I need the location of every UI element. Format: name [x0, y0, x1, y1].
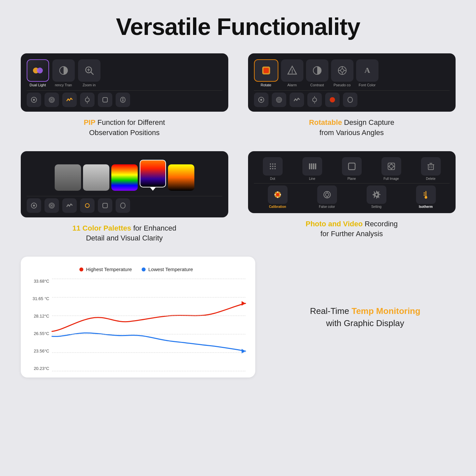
- palette-swatches: [27, 157, 222, 193]
- rotate-mockup: Rotate Alarm: [248, 53, 456, 112]
- pip-caption: PIP Function for DifferentObservation Po…: [84, 118, 165, 138]
- rotate-label-contrast: Contrast: [310, 83, 324, 87]
- swatch-gray: [55, 164, 81, 191]
- rec-line-label: Line: [309, 177, 315, 181]
- svg-point-49: [274, 166, 276, 167]
- chart-container: Highest Temperature Lowest Temperature 3…: [21, 257, 255, 378]
- legend-dot-high: [79, 267, 83, 271]
- svg-marker-85: [241, 301, 245, 306]
- feature-rotatable: Rotate Alarm: [248, 53, 456, 138]
- rot-bottom-4: [307, 93, 322, 107]
- swatch-selected: [140, 160, 166, 187]
- rec-fullimage: Full Image: [373, 157, 410, 181]
- svg-rect-57: [349, 163, 355, 170]
- palette-mockup: [21, 151, 228, 217]
- rotate-highlight: Rotatable: [309, 118, 342, 126]
- chart-caption-suffix: with Graphic Display: [326, 318, 404, 328]
- recording-highlight: Photo and Video: [306, 220, 363, 228]
- pip-bottom-5: [98, 93, 112, 107]
- svg-point-29: [260, 99, 262, 101]
- svg-point-11: [51, 99, 52, 100]
- pip-label-zoom: Zoom in: [83, 83, 96, 87]
- rotate-caption: Rotatable Design Capturefrom Various Ang…: [309, 118, 394, 138]
- pip-label-dual: Dual Light: [30, 83, 46, 87]
- rec-isotherm-label: Isotherm: [419, 205, 433, 209]
- pal-bottom-1: [27, 198, 41, 213]
- svg-point-70: [276, 193, 279, 196]
- rec-dot-label: Dot: [270, 177, 275, 181]
- legend-low: Lowest Temperature: [142, 266, 193, 272]
- chart-caption: Real-Time Temp Monitoring with Graphic D…: [275, 305, 456, 329]
- rec-setting-label: Setting: [371, 205, 381, 209]
- rot-bottom-5: [325, 93, 340, 107]
- swatch-rainbow: [111, 164, 138, 191]
- svg-rect-64: [428, 165, 434, 170]
- svg-rect-15: [103, 98, 107, 102]
- svg-point-22: [341, 69, 344, 72]
- y-label-6: 20.23°C: [27, 366, 52, 371]
- svg-point-46: [274, 163, 276, 165]
- grid-line-1: [52, 279, 245, 279]
- rec-falsecolor: False color: [303, 185, 351, 209]
- svg-point-81: [425, 196, 427, 199]
- legend-low-label: Lowest Temperature: [148, 266, 193, 272]
- feature-palette: 11 Color Palettes for EnhancedDetail and…: [21, 151, 228, 244]
- svg-point-38: [33, 205, 35, 207]
- rotate-label-alarm: Alarm: [287, 83, 297, 87]
- svg-rect-43: [103, 203, 107, 208]
- rotate-icon-rotate: Rotate: [254, 59, 278, 87]
- legend-high-label: Highest Temperature: [86, 266, 132, 272]
- grid-line-3: [52, 316, 245, 316]
- swatch-fire: [168, 164, 194, 191]
- svg-point-52: [274, 168, 276, 169]
- svg-point-47: [270, 166, 271, 167]
- rec-line: Line: [294, 157, 331, 181]
- chart-section: Highest Temperature Lowest Temperature 3…: [21, 257, 456, 378]
- svg-point-41: [51, 205, 52, 206]
- svg-point-33: [313, 98, 317, 102]
- pip-bottom-6: [116, 93, 130, 107]
- pip-bottom-2: [44, 93, 59, 107]
- svg-text:A: A: [364, 66, 370, 74]
- grid-line-5: [52, 352, 245, 353]
- svg-point-19: [292, 72, 293, 73]
- svg-point-36: [330, 97, 335, 102]
- grid-line-2: [52, 297, 245, 297]
- rec-plane-label: Plane: [348, 177, 356, 181]
- pal-bottom-3: [62, 198, 77, 213]
- rotate-icon-pseudo: Pseudo co: [331, 59, 353, 87]
- rotate-icon-contrast: Contrast: [306, 59, 328, 87]
- rec-dot: Dot: [254, 157, 292, 181]
- rec-isotherm: Isotherm: [402, 185, 450, 209]
- pip-icon-zoom: Zoom in: [78, 59, 100, 87]
- rec-falsecolor-label: False color: [319, 205, 335, 209]
- chart-caption-highlight: Temp Monitoring: [351, 306, 420, 316]
- svg-point-50: [270, 168, 271, 169]
- rotate-label-pseudo: Pseudo co: [334, 83, 351, 87]
- recording-caption: Photo and Video Recordingfor Further Ana…: [306, 219, 398, 239]
- pip-label-tran: rency Tran: [55, 83, 72, 87]
- rec-delete: Delete: [412, 157, 450, 181]
- swatch-lightgray: [83, 164, 109, 191]
- legend-dot-low: [142, 267, 146, 271]
- svg-rect-53: [309, 163, 310, 169]
- chart-area: 33.68°C 31.65 °C 28.12°C 26.55°C 23.56°C…: [27, 279, 245, 371]
- features-grid: Dual Light rency Tran: [21, 53, 456, 243]
- rec-calib-label: Calibration: [269, 205, 286, 209]
- svg-rect-54: [311, 163, 312, 169]
- pal-bottom-5: [98, 198, 112, 213]
- pip-bottom-1: [27, 93, 41, 107]
- svg-point-12: [85, 98, 89, 102]
- palette-highlight: 11 Color Palettes: [72, 224, 131, 232]
- rotate-label-fontcolor: Font Color: [359, 83, 376, 87]
- feature-recording: Dot Line: [248, 151, 456, 244]
- rec-calibration: Calibration: [254, 185, 301, 209]
- pal-bottom-4: [80, 198, 95, 213]
- chart-caption-prefix: Real-Time: [310, 306, 351, 316]
- svg-point-32: [278, 99, 280, 100]
- svg-point-51: [272, 168, 273, 169]
- pip-bottom-3: [62, 93, 77, 107]
- pip-icon-dual-light: Dual Light: [27, 59, 49, 87]
- chart-lines: [52, 279, 245, 371]
- rec-fullimage-label: Full Image: [383, 177, 399, 181]
